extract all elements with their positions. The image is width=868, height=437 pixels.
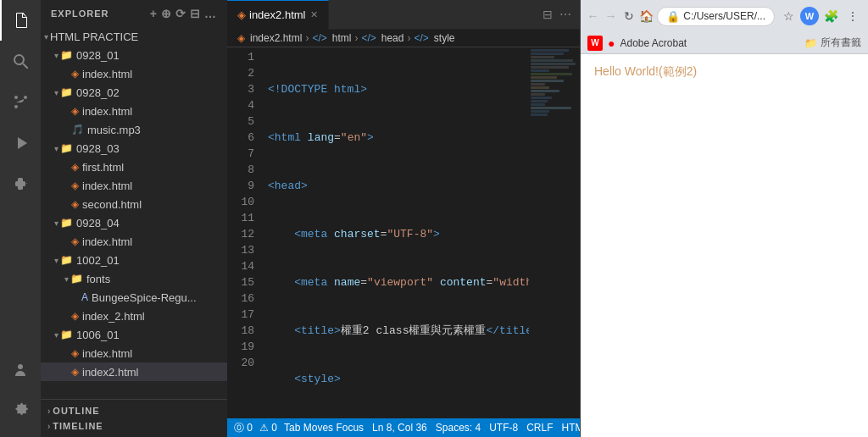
tree-file-index-html-4[interactable]: ◈ index.html bbox=[41, 232, 227, 251]
extensions-icon[interactable] bbox=[0, 163, 41, 203]
browser-profile-icon[interactable]: W bbox=[800, 7, 819, 25]
browser-panel: ← → ↻ 🏠 🔒 C:/Users/USER/... ☆ W 🧩 ⋮ W ● … bbox=[580, 0, 868, 437]
tree-folder-0928-01[interactable]: ▾ 📁 0928_01 bbox=[41, 46, 227, 64]
cursor-position-status[interactable]: Ln 8, Col 36 bbox=[372, 422, 427, 434]
tree-folder-0928-04[interactable]: ▾ 📁 0928_04 bbox=[41, 213, 227, 232]
html-file-icon: ◈ bbox=[71, 68, 79, 80]
tab-close-button[interactable]: ✕ bbox=[310, 10, 318, 19]
tree-folder-1002-01[interactable]: ▾ 📁 1002_01 bbox=[41, 251, 227, 269]
code-line-2: <html lang="en"> bbox=[268, 130, 522, 146]
tree-file-index2-html-active[interactable]: ◈ index2.html bbox=[41, 362, 227, 381]
language-status[interactable]: HTML bbox=[562, 422, 580, 434]
tab-index2-html[interactable]: ◈ index2.html ✕ bbox=[227, 0, 329, 30]
status-bar: ⓪ 0 ⚠ 0 Tab Moves Focus Ln 8, Col 36 Spa… bbox=[227, 418, 580, 437]
code-line-1: <!DOCTYPE html> bbox=[268, 81, 522, 97]
tree-folder-1006-01[interactable]: ▾ 📁 1006_01 bbox=[41, 325, 227, 344]
errors-status[interactable]: ⓪ 0 bbox=[234, 421, 253, 435]
outline-section[interactable]: › OUTLINE bbox=[41, 403, 227, 418]
html-file-icon: ◈ bbox=[71, 198, 79, 210]
browser-home-button[interactable]: 🏠 bbox=[639, 5, 654, 27]
split-editor-icon[interactable]: ⊟ bbox=[541, 6, 554, 23]
chevron-down-icon: ▾ bbox=[54, 218, 58, 228]
source-control-icon[interactable] bbox=[0, 81, 41, 122]
browser-hello-text: Hello World!(範例2) bbox=[594, 64, 854, 80]
breadcrumb-sep-3: › bbox=[407, 32, 410, 44]
breadcrumb-file-icon: ◈ bbox=[237, 32, 245, 44]
browser-menu-icon[interactable]: ⋮ bbox=[843, 6, 863, 26]
tree-folder-0928-03[interactable]: ▾ 📁 0928_03 bbox=[41, 139, 227, 158]
browser-extensions-icon[interactable]: 🧩 bbox=[821, 6, 841, 26]
breadcrumb-head-icon: </> bbox=[361, 32, 376, 44]
new-file-icon[interactable]: + bbox=[150, 7, 158, 20]
timeline-label: TIMELINE bbox=[53, 421, 103, 431]
breadcrumb-html[interactable]: html bbox=[332, 32, 352, 44]
files-icon[interactable] bbox=[0, 0, 41, 41]
adobe-acrobat-icon: ● bbox=[608, 36, 615, 50]
code-editor[interactable]: 12345 678910 1112131415 1617181920 <!DOC… bbox=[227, 47, 529, 418]
chevron-down-icon: ▾ bbox=[64, 274, 69, 284]
tree-file-index-html-2[interactable]: ◈ index.html bbox=[41, 102, 227, 120]
tree-root-html-practice[interactable]: ▾ HTML PRACTICE bbox=[41, 27, 227, 46]
tree-folder-0928-02[interactable]: ▾ 📁 0928_02 bbox=[41, 83, 227, 102]
html-file-icon: ◈ bbox=[71, 366, 79, 378]
folder-icon: 📁 bbox=[60, 49, 73, 61]
browser-star-icon[interactable]: ☆ bbox=[778, 6, 798, 26]
tree-file-index2-html[interactable]: ◈ index_2.html bbox=[41, 307, 227, 325]
tab-focus-status[interactable]: Tab Moves Focus bbox=[284, 422, 364, 434]
all-bookmarks-label[interactable]: 所有書籤 bbox=[821, 36, 861, 50]
collapse-icon[interactable]: ⊟ bbox=[190, 7, 201, 20]
new-folder-icon[interactable]: ⊕ bbox=[161, 7, 172, 20]
bookmarks-right: 📁 所有書籤 bbox=[804, 36, 861, 50]
chevron-down-icon: ▾ bbox=[44, 32, 48, 41]
tree-folder-fonts[interactable]: ▾ 📁 fonts bbox=[41, 269, 227, 288]
breadcrumb-head[interactable]: head bbox=[381, 32, 404, 44]
browser-refresh-button[interactable]: ↻ bbox=[621, 5, 636, 27]
settings-icon[interactable] bbox=[0, 390, 41, 430]
sidebar-header-icons: + ⊕ ⟳ ⊟ … bbox=[150, 7, 217, 20]
browser-back-button[interactable]: ← bbox=[586, 5, 600, 27]
line-ending-status[interactable]: CRLF bbox=[526, 422, 553, 434]
folder-icon: 📁 bbox=[60, 254, 73, 266]
tree-file-index-html-5[interactable]: ◈ index.html bbox=[41, 344, 227, 362]
code-content[interactable]: <!DOCTYPE html> <html lang="en"> <head> … bbox=[261, 47, 529, 418]
tree-file-bungee[interactable]: A BungeeSpice-Regu... bbox=[41, 288, 227, 307]
bookmarks-folder-icon[interactable]: 📁 bbox=[804, 37, 817, 49]
line-numbers: 12345 678910 1112131415 1617181920 bbox=[227, 47, 261, 418]
account-icon[interactable] bbox=[0, 349, 41, 390]
audio-file-icon: 🎵 bbox=[71, 124, 84, 136]
breadcrumb-style-icon: </> bbox=[414, 32, 428, 44]
status-bar-left: ⓪ 0 ⚠ 0 bbox=[234, 421, 277, 435]
outline-label: OUTLINE bbox=[53, 406, 99, 416]
timeline-section[interactable]: › TIMELINE bbox=[41, 418, 227, 434]
encoding-status[interactable]: UTF-8 bbox=[489, 422, 518, 434]
warnings-status[interactable]: ⚠ 0 bbox=[259, 422, 277, 434]
tree-file-first-html[interactable]: ◈ first.html bbox=[41, 158, 227, 176]
refresh-icon[interactable]: ⟳ bbox=[175, 7, 186, 20]
more-actions-icon[interactable]: … bbox=[204, 7, 217, 20]
editor-main: 12345 678910 1112131415 1617181920 <!DOC… bbox=[227, 47, 580, 418]
tree-file-music-mp3[interactable]: 🎵 music.mp3 bbox=[41, 120, 227, 139]
chevron-down-icon: ▾ bbox=[54, 330, 58, 340]
tree-file-second-html[interactable]: ◈ second.html bbox=[41, 195, 227, 213]
tab-actions: ⊟ ⋯ bbox=[541, 6, 580, 23]
indent-status[interactable]: Spaces: 4 bbox=[436, 422, 481, 434]
browser-bookmarks-bar: W ● Adobe Acrobat 📁 所有書籤 bbox=[581, 32, 868, 54]
browser-address-bar[interactable]: 🔒 C:/Users/USER/... bbox=[657, 7, 775, 26]
code-line-6: <title>權重2 class權重與元素權重</title> bbox=[268, 323, 522, 339]
html-file-icon: ◈ bbox=[71, 161, 79, 173]
html-file-icon: ◈ bbox=[71, 235, 79, 247]
code-line-7: <style> bbox=[268, 371, 522, 387]
code-line-5: <meta name="viewport" content="width=dev… bbox=[268, 274, 522, 290]
breadcrumb-file[interactable]: index2.html bbox=[250, 32, 302, 44]
breadcrumb-sep-1: › bbox=[305, 32, 309, 44]
html-file-icon: ◈ bbox=[71, 180, 79, 191]
sidebar: EXPLORER + ⊕ ⟳ ⊟ … ▾ HTML PRACTICE ▾ 📁 0… bbox=[41, 0, 227, 437]
browser-forward-button[interactable]: → bbox=[604, 5, 618, 27]
breadcrumb-style[interactable]: style bbox=[434, 32, 455, 44]
tree-file-index-html-3[interactable]: ◈ index.html bbox=[41, 176, 227, 195]
run-debug-icon[interactable] bbox=[0, 122, 41, 163]
tree-file-index-html-1[interactable]: ◈ index.html bbox=[41, 64, 227, 83]
adobe-acrobat-label[interactable]: Adobe Acrobat bbox=[620, 37, 687, 49]
search-icon[interactable] bbox=[0, 41, 41, 81]
more-tabs-icon[interactable]: ⋯ bbox=[558, 6, 573, 23]
